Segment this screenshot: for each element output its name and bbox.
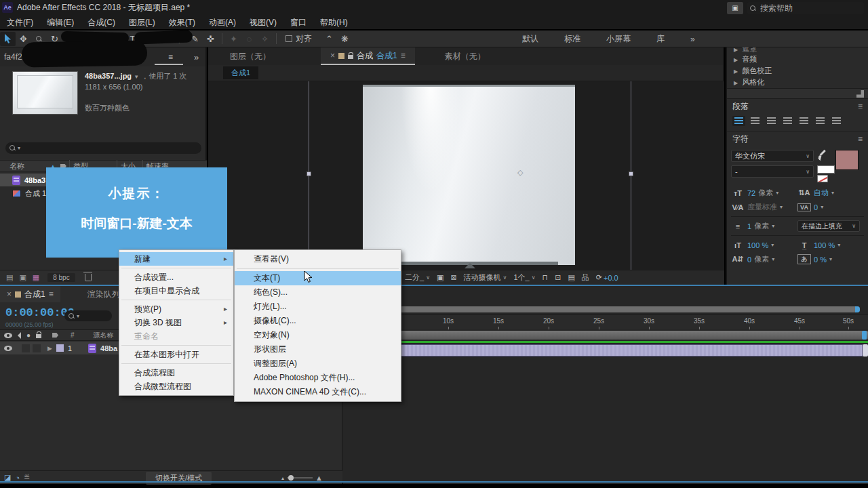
leading-control[interactable]: ⇅A 自动 ▾ — [797, 188, 864, 198]
zoom-knob[interactable] — [288, 475, 294, 481]
panel-menu-icon[interactable]: ≡ — [401, 47, 406, 64]
menu-item-preview[interactable]: 预览(P) ▸ — [119, 302, 233, 316]
panel-menu-icon[interactable]: ≡ — [858, 134, 863, 144]
menu-item-composition-flowchart[interactable]: 合成流程图 — [119, 366, 233, 380]
whiteboard-footage-image[interactable] — [363, 85, 575, 265]
justify-last-right-button[interactable] — [814, 116, 827, 126]
stroke-mode-dropdown[interactable]: 在描边上填充 ∨ — [797, 220, 860, 232]
snap-align-toggle[interactable]: 对齐 — [285, 33, 312, 45]
lock-column-icon[interactable] — [36, 334, 41, 338]
align-right-button[interactable] — [765, 116, 778, 126]
video-visibility-column-icon[interactable] — [4, 333, 12, 338]
panel-menu-icon[interactable]: ≡ — [49, 289, 54, 299]
submenu-item-text[interactable]: 文本(T) — [235, 271, 401, 285]
font-family-dropdown[interactable]: 华文仿宋 ∨ — [731, 150, 814, 162]
menu-composition[interactable]: 合成(C) — [81, 15, 122, 30]
pixel-aspect-icon[interactable]: ⊓ — [542, 273, 549, 282]
menu-layer[interactable]: 图层(L) — [122, 15, 162, 30]
label-column-icon[interactable] — [52, 333, 58, 338]
kerning-control[interactable]: V⁄A 度量标准 ▾ — [731, 202, 797, 212]
submenu-item-camera[interactable]: 摄像机(C)... — [235, 314, 401, 328]
submenu-item-null-object[interactable]: 空对象(N) — [235, 328, 401, 342]
baseline-shift-control[interactable]: A⇵ 0 像素 ▾ — [731, 254, 797, 264]
menu-item-reveal-in-project[interactable]: 在项目中显示合成 — [119, 284, 233, 298]
layer-handle-right[interactable] — [629, 171, 633, 176]
justify-last-center-button[interactable] — [797, 116, 810, 126]
font-style-dropdown[interactable]: - ∨ — [731, 165, 814, 178]
horizontal-scale-control[interactable]: T̲ 100 % ▾ — [797, 241, 864, 249]
vertical-scale-control[interactable]: ıT 100 % ▾ — [731, 241, 797, 249]
tab-layer[interactable]: 图层（无） — [220, 47, 280, 65]
submenu-item-viewer[interactable]: 查看器(V) — [235, 252, 401, 266]
no-fill-swatch[interactable] — [817, 175, 828, 182]
trash-icon[interactable] — [85, 274, 92, 281]
time-ruler[interactable]: 10s 15s 20s 25s 30s 35s 40s 45s 50s — [343, 314, 868, 329]
column-name[interactable]: 名称 — [0, 161, 24, 171]
layer-out-point-handle[interactable] — [863, 344, 868, 357]
stroke-width-control[interactable]: ≡ 1 像素 ▾ — [731, 221, 797, 231]
panel-menu-icon[interactable]: ≡ — [168, 52, 173, 62]
exposure-value[interactable]: +0.0 — [604, 274, 618, 282]
effects-category[interactable]: ▶遮罩 — [727, 47, 868, 54]
interpret-footage-icon[interactable]: ▤ — [6, 273, 13, 282]
menu-animation[interactable]: 动画(A) — [202, 15, 243, 30]
layer-visibility-icon[interactable] — [4, 346, 12, 351]
justify-last-left-button[interactable] — [781, 116, 794, 126]
menu-item-open-in-essential-graphics[interactable]: 在基本图形中打开 — [119, 348, 233, 361]
menu-file[interactable]: 文件(F) — [0, 15, 40, 30]
mask-feather-tool[interactable]: ⌃ — [321, 32, 337, 46]
menu-item-new[interactable]: 新建 ▸ — [119, 252, 233, 266]
align-center-button[interactable] — [749, 116, 762, 126]
reset-exposure-icon[interactable]: ⟳ — [596, 273, 602, 282]
puppet-pin-tool[interactable]: ✜ — [203, 32, 218, 46]
layer-label-color[interactable] — [56, 344, 64, 352]
submenu-item-photoshop-file[interactable]: Adobe Photoshop 文件(H)... — [235, 371, 401, 385]
menu-window[interactable]: 窗口 — [283, 15, 313, 30]
anchor-point-icon[interactable]: ◇ — [517, 168, 523, 177]
tab-composition[interactable]: × 合成 合成1 ≡ — [321, 47, 415, 65]
workspace-small-screen[interactable]: 小屏幕 — [606, 33, 631, 45]
solo-column-icon[interactable]: ● — [26, 331, 31, 339]
workspace-standard[interactable]: 标准 — [564, 33, 580, 45]
effects-category[interactable]: ▶音频 — [727, 54, 868, 65]
transparency-grid-icon[interactable]: ⊠ — [450, 273, 456, 282]
audio-column-icon[interactable] — [18, 332, 21, 339]
menu-view[interactable]: 视图(V) — [243, 15, 283, 30]
new-folder-icon[interactable]: ▣ — [19, 273, 26, 282]
submenu-item-light[interactable]: 灯光(L)... — [235, 300, 401, 314]
tab-footage[interactable]: 素材（无） — [435, 47, 495, 65]
camera-dropdown[interactable]: 活动摄像机 ∨ — [464, 272, 507, 283]
composition-canvas[interactable]: ◇ — [208, 81, 724, 270]
panel-overflow-chevron[interactable]: » — [194, 52, 199, 62]
view-layout-dropdown[interactable]: 1个_ ∨ — [513, 272, 535, 283]
timeline-search-box[interactable]: ▾ — [64, 310, 112, 321]
menu-item-switch-3d-view[interactable]: 切换 3D 视图 ▸ — [119, 316, 233, 329]
fill-white-swatch[interactable] — [817, 165, 835, 174]
layer-handle-left[interactable] — [307, 171, 311, 176]
selection-tool[interactable] — [0, 32, 16, 46]
column-source-name[interactable]: 源名称 — [94, 331, 114, 340]
menu-effect[interactable]: 效果(T) — [162, 15, 202, 30]
menu-help[interactable]: 帮助(H) — [313, 15, 355, 30]
submenu-item-cinema4d-file[interactable]: MAXON CINEMA 4D 文件(C)... — [235, 385, 401, 399]
workspace-default[interactable]: 默认 — [522, 33, 538, 45]
expand-triangle-icon[interactable]: ▶ — [47, 345, 52, 352]
font-size-control[interactable]: ᴛT 72 像素 ▾ — [731, 188, 797, 198]
resolution-dropdown[interactable]: 二分_ ∨ — [405, 272, 430, 283]
project-search-box[interactable]: ▾ — [5, 142, 201, 154]
new-composition-icon[interactable]: ▦ — [33, 273, 39, 282]
menu-edit[interactable]: 编辑(E) — [40, 15, 81, 30]
menu-item-composition-mini-flowchart[interactable]: 合成微型流程图 — [119, 380, 233, 393]
submenu-item-shape-layer[interactable]: 形状图层 — [235, 342, 401, 357]
chevron-down-icon[interactable]: ▼ — [134, 74, 139, 80]
submenu-item-solid[interactable]: 纯色(S)... — [235, 285, 401, 300]
effects-category[interactable]: ▶颜色校正 — [727, 65, 868, 77]
toggle-switches-modes-button[interactable]: 切换开关/模式 — [146, 472, 212, 485]
effects-category[interactable]: ▶风格化 — [727, 77, 868, 88]
panel-menu-icon[interactable]: ≡ — [858, 102, 863, 111]
eyedropper-icon[interactable] — [817, 150, 828, 162]
motion-blur-icon[interactable]: ◔ — [15, 474, 20, 482]
workspace-bar-icon[interactable]: ▣ — [727, 2, 743, 14]
breadcrumb[interactable]: 合成1 — [223, 66, 258, 79]
help-search-box[interactable]: 搜索帮助 — [747, 2, 864, 14]
